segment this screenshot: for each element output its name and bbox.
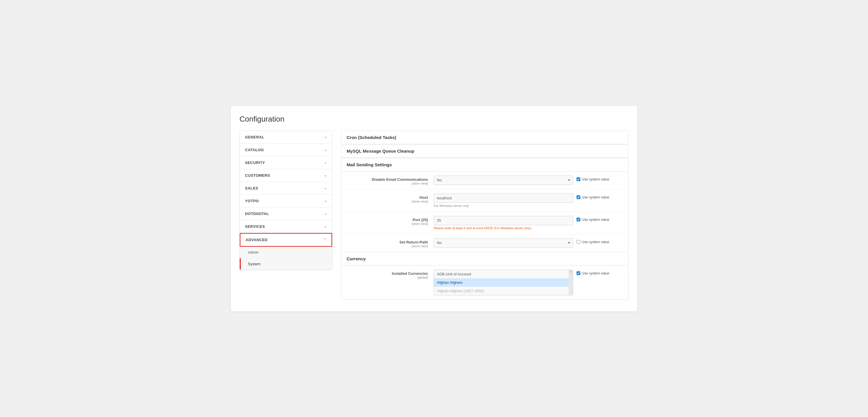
control-col-currencies: ADB Unit of Account Afghan Afghani Afgha…	[434, 269, 623, 295]
label-port: Port (25)	[412, 218, 428, 222]
scope-port: [store view]	[347, 222, 428, 225]
use-system-val-host[interactable]: Use system value	[577, 194, 609, 199]
mail-title: Mail Sending Settings	[347, 162, 392, 167]
chevron-down-icon: ⌄	[324, 160, 327, 164]
label-return-path: Set Return-Path	[399, 240, 428, 244]
sidebar-item-catalog[interactable]: CATALOG ⌄	[240, 143, 332, 156]
use-system-val-return-path[interactable]: Use system value	[577, 238, 609, 244]
use-system-val-label: Use system value	[582, 177, 609, 181]
scope-return-path: [store view]	[347, 244, 428, 248]
sidebar-item-security[interactable]: SECURITY ⌄	[240, 156, 332, 169]
hint-host: For Windows server only.	[434, 204, 573, 207]
checkbox-disable-email[interactable]	[577, 177, 580, 181]
sidebar-sub-item-admin-label: Admin	[248, 250, 259, 255]
input-port[interactable]	[434, 216, 573, 225]
sidebar-sub-menu: Admin System	[240, 247, 332, 270]
label-disable-email: Disable Email Communications	[372, 177, 428, 182]
sidebar-item-general[interactable]: GENERAL ⌄	[240, 131, 332, 143]
sidebar-item-yotpo-label: YOTPO	[245, 199, 259, 203]
form-row-return-path: Set Return-Path [store view] No Yes	[341, 234, 628, 252]
checkbox-host[interactable]	[577, 195, 580, 199]
checkbox-port[interactable]	[577, 218, 580, 221]
hint-port: Please enter at least 0 and at most 6553…	[434, 226, 573, 230]
sidebar-item-general-label: GENERAL	[245, 135, 264, 139]
sidebar-item-yotpo[interactable]: YOTPO ⌄	[240, 195, 332, 207]
page-title: Configuration	[240, 115, 628, 124]
chevron-down-icon: ⌄	[324, 212, 327, 216]
chevron-down-icon: ⌄	[324, 186, 327, 190]
chevron-down-icon: ⌄	[324, 199, 327, 203]
sidebar-item-dotdigital-label: DOTDIGITAL	[245, 212, 269, 216]
label-col-host: Host [store view]	[347, 194, 434, 203]
currency-item-afghani-old[interactable]: Afghan Afghani (1927-2002)	[434, 287, 569, 295]
chevron-down-icon: ⌄	[324, 148, 327, 152]
svg-rect-0	[570, 271, 571, 273]
listbox-row: ADB Unit of Account Afghan Afghani Afgha…	[434, 270, 573, 295]
label-col-return-path: Set Return-Path [store view]	[347, 238, 434, 248]
form-row-currencies: Installed Currencies [global] ADB Unit o…	[341, 265, 628, 299]
select-disable-email[interactable]: No Yes	[434, 175, 573, 185]
use-system-val-label-host: Use system value	[582, 195, 609, 199]
section-mail: Mail Sending Settings Disable Email Comm…	[341, 158, 628, 252]
layout: GENERAL ⌄ CATALOG ⌄ SECURITY ⌄ CUSTOMERS…	[240, 131, 628, 300]
use-system-val-currencies[interactable]: Use system value	[577, 269, 609, 276]
sidebar-item-services-label: SERVICES	[245, 224, 265, 229]
sidebar-item-sales-label: SALES	[245, 186, 258, 190]
checkbox-currencies[interactable]	[577, 271, 580, 275]
chevron-up-icon: ⌃	[323, 238, 326, 242]
checkbox-return-path[interactable]	[577, 240, 580, 244]
control-col-disable-email: No Yes Use system value	[434, 175, 623, 185]
label-col-disable-email: Disable Email Communications [store view…	[347, 175, 434, 185]
label-col-port: Port (25) [store view]	[347, 216, 434, 225]
sidebar-sub-item-system-label: System	[248, 262, 260, 266]
currency-listbox-wrap: ADB Unit of Account Afghan Afghani Afgha…	[434, 269, 573, 295]
use-system-val-port[interactable]: Use system value	[577, 216, 609, 222]
use-system-val-label-rp: Use system value	[582, 240, 609, 244]
form-row-disable-email: Disable Email Communications [store view…	[341, 171, 628, 190]
scope-currencies: [global]	[347, 276, 428, 279]
input-wrap-return-path: No Yes	[434, 238, 573, 248]
sidebar-item-security-label: SECURITY	[245, 160, 265, 165]
form-row-port: Port (25) [store view] Please enter at l…	[341, 212, 628, 234]
label-col-currencies: Installed Currencies [global]	[347, 269, 434, 279]
use-system-val-label-currencies: Use system value	[582, 271, 609, 276]
sidebar-item-customers[interactable]: CUSTOMERS ⌄	[240, 169, 332, 182]
sidebar-item-services[interactable]: SERVICES ⌄	[240, 220, 332, 233]
cron-title-row: Cron (Scheduled Tasks)	[341, 131, 628, 144]
input-wrap-disable-email: No Yes	[434, 175, 573, 185]
input-host[interactable]	[434, 194, 573, 203]
sidebar-item-customers-label: CUSTOMERS	[245, 173, 270, 178]
currency-listbox: ADB Unit of Account Afghan Afghani Afgha…	[434, 269, 573, 295]
sidebar-sub-item-admin[interactable]: Admin	[240, 247, 332, 258]
currency-item-afghani[interactable]: Afghan Afghani	[434, 278, 569, 287]
form-row-host: Host [store view] For Windows server onl…	[341, 190, 628, 212]
content-area: Cron (Scheduled Tasks) MySQL Message Que…	[332, 131, 628, 300]
control-col-port: Please enter at least 0 and at most 6553…	[434, 216, 623, 230]
section-currency: Currency Installed Currencies [global]	[341, 252, 628, 300]
sidebar-sub-item-system[interactable]: System	[240, 258, 332, 269]
listbox-inner: ADB Unit of Account Afghan Afghani Afgha…	[434, 270, 569, 295]
use-system-val-disable-email[interactable]: Use system value	[577, 175, 609, 181]
scope-disable-email: [store view]	[347, 182, 428, 185]
chevron-down-icon: ⌄	[324, 173, 327, 177]
select-return-path[interactable]: No Yes	[434, 238, 573, 248]
currency-title-row: Currency	[341, 252, 628, 265]
sidebar-item-sales[interactable]: SALES ⌄	[240, 182, 332, 195]
control-col-host: For Windows server only. Use system valu…	[434, 194, 623, 207]
section-cron: Cron (Scheduled Tasks)	[341, 131, 628, 145]
chevron-down-icon: ⌄	[324, 135, 327, 139]
mail-title-row: Mail Sending Settings	[341, 158, 628, 171]
sidebar-item-advanced-label: ADVANCED	[246, 238, 268, 242]
use-system-val-label-port: Use system value	[582, 218, 609, 222]
sidebar-item-advanced[interactable]: ADVANCED ⌃	[240, 233, 332, 247]
listbox-scrollbar[interactable]	[569, 270, 573, 295]
input-wrap-port: Please enter at least 0 and at most 6553…	[434, 216, 573, 230]
label-currencies: Installed Currencies	[392, 271, 428, 276]
input-wrap-host: For Windows server only.	[434, 194, 573, 207]
main-card: Configuration GENERAL ⌄ CATALOG ⌄ SECURI…	[231, 106, 637, 311]
sidebar: GENERAL ⌄ CATALOG ⌄ SECURITY ⌄ CUSTOMERS…	[240, 131, 332, 270]
sidebar-item-dotdigital[interactable]: DOTDIGITAL ⌄	[240, 207, 332, 220]
currency-item-adb[interactable]: ADB Unit of Account	[434, 270, 569, 278]
label-host: Host	[420, 195, 428, 200]
cron-title: Cron (Scheduled Tasks)	[347, 135, 396, 140]
